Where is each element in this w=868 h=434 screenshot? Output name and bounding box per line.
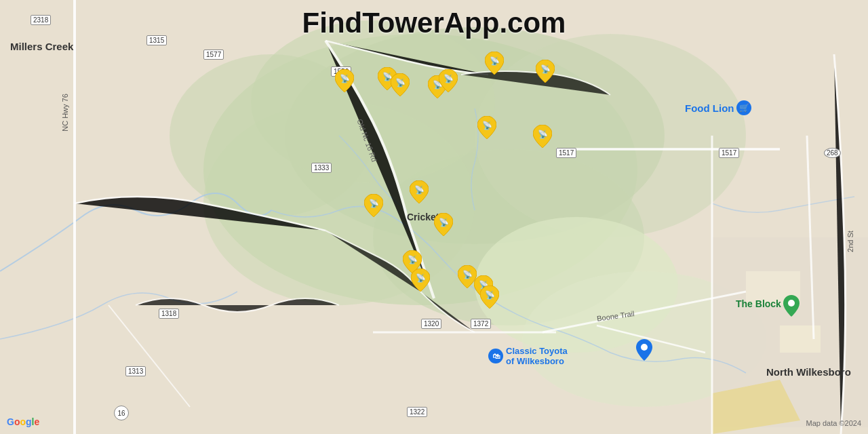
tower-marker-14[interactable]: 📡 [411, 269, 430, 292]
road-box-2318: 2318 [31, 15, 51, 25]
svg-text:📡: 📡 [439, 217, 449, 227]
tower-marker-12[interactable]: 📡 [434, 213, 453, 236]
svg-text:📡: 📡 [462, 269, 473, 279]
the-block-label: The Block [736, 298, 781, 309]
road-box-1372: 1372 [471, 319, 491, 329]
tower-marker-10[interactable]: 📡 [364, 194, 383, 217]
tower-marker-11[interactable]: 📡 [410, 180, 429, 203]
site-title: FindTowerApp.com [302, 7, 566, 39]
road-box-1320: 1320 [421, 319, 441, 329]
svg-point-5 [475, 34, 746, 237]
svg-text:📡: 📡 [540, 64, 551, 74]
road-label-nc-hwy-76: NC Hwy 76 [61, 94, 69, 132]
svg-text:📡: 📡 [340, 73, 350, 83]
road-box-1322: 1322 [407, 407, 427, 417]
road-box-16: 16 [114, 406, 129, 420]
tower-marker-9[interactable]: 📡 [533, 125, 552, 148]
map-container: FindTowerApp.com NC Hwy 76 Old Nc 16 Rd … [0, 0, 868, 434]
svg-point-20 [788, 300, 795, 307]
svg-text:📡: 📡 [395, 77, 406, 87]
svg-text:📡: 📡 [443, 73, 454, 83]
tower-marker-5[interactable]: 📡 [439, 69, 458, 92]
tower-marker-1[interactable]: 📡 [335, 69, 354, 92]
millers-creek-label: Millers Creek [10, 41, 73, 52]
road-box-1313: 1313 [125, 366, 146, 376]
road-box-1333: 1333 [311, 163, 332, 173]
map-data-text: Map data ©2024 [806, 419, 862, 427]
tower-marker-17[interactable]: 📡 [480, 285, 499, 309]
svg-text:📡: 📡 [482, 120, 492, 130]
road-box-1577: 1577 [203, 50, 224, 60]
road-box-1517b: 1517 [719, 148, 739, 158]
food-lion-icon: 🛒 [736, 100, 751, 115]
north-wilkesboro-label: North Wilkesboro [766, 366, 851, 378]
tower-marker-3[interactable]: 📡 [391, 73, 410, 96]
road-label-2nd-st: 2nd St [846, 231, 854, 252]
tower-marker-8[interactable]: 📡 [477, 116, 496, 139]
the-block-marker [783, 295, 800, 317]
road-box-1517: 1517 [556, 148, 576, 158]
tower-marker-7[interactable]: 📡 [536, 60, 555, 83]
svg-text:📡: 📡 [414, 184, 425, 195]
road-box-1318: 1318 [159, 309, 179, 319]
svg-point-21 [641, 344, 648, 351]
svg-text:📡: 📡 [490, 56, 500, 66]
svg-text:📡: 📡 [538, 129, 548, 139]
tower-marker-6[interactable]: 📡 [485, 52, 504, 75]
road-box-268: 268 [824, 148, 841, 158]
classic-toyota-label: 🛍 Classic Toyota of Wilkesboro [488, 346, 568, 366]
svg-text:📡: 📡 [369, 198, 379, 208]
road-box-1315: 1315 [146, 35, 167, 45]
svg-text:📡: 📡 [408, 254, 418, 264]
classic-toyota-marker [636, 339, 652, 361]
food-lion-label: Food Lion 🛒 [685, 100, 751, 115]
google-logo: Google [7, 416, 39, 427]
classic-toyota-icon: 🛍 [488, 349, 503, 363]
svg-text:📡: 📡 [485, 290, 495, 300]
svg-text:📡: 📡 [416, 273, 426, 283]
